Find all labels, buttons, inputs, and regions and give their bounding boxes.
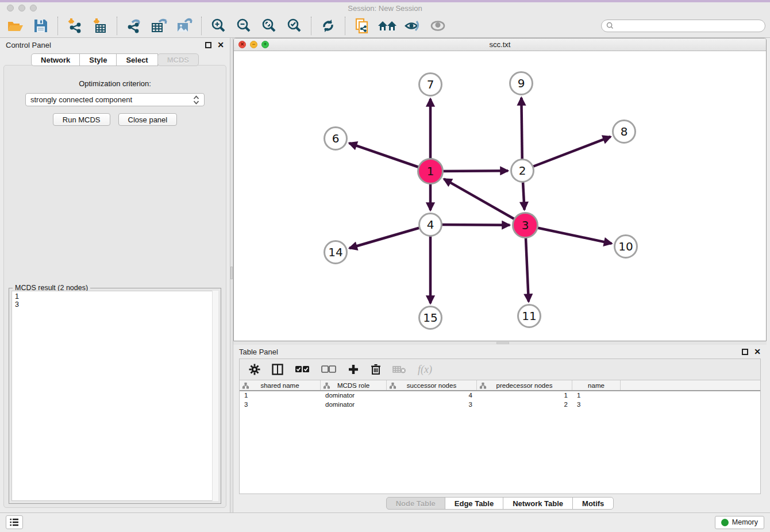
close-panel-icon[interactable]: ✕	[217, 41, 224, 49]
show-graphics-details-button[interactable]	[427, 16, 449, 36]
clone-network-button[interactable]	[351, 16, 373, 36]
network-window-titlebar: ✕ − + scc.txt	[234, 38, 766, 51]
tab-style[interactable]: Style	[79, 53, 117, 66]
table-cell[interactable]: 1	[240, 391, 321, 400]
horizontal-splitter[interactable]	[233, 341, 767, 345]
column-header-predecessor-nodes[interactable]: predecessor nodes	[477, 380, 572, 390]
zoom-fit-button[interactable]	[258, 16, 280, 36]
node-table[interactable]: shared nameMCDS rolesuccessor nodesprede…	[240, 380, 760, 494]
graph-node-2[interactable]: 2	[510, 159, 534, 183]
tab-motifs[interactable]: Motifs	[572, 497, 614, 510]
mcds-result-text[interactable]: 1 3	[11, 291, 218, 501]
open-session-button[interactable]	[5, 16, 26, 36]
zoom-in-button[interactable]	[207, 16, 229, 36]
function-builder-button[interactable]: f(x)	[418, 364, 432, 376]
import-network-button[interactable]	[64, 16, 86, 36]
export-network-button[interactable]	[123, 16, 145, 36]
export-image-button[interactable]	[174, 16, 195, 36]
main-area: Control Panel ✕ NetworkStyleSelectMCDS O…	[0, 38, 770, 512]
graph-node-9[interactable]: 9	[509, 71, 533, 95]
table-cell[interactable]: 1	[572, 391, 621, 400]
zoom-out-button[interactable]	[233, 16, 255, 36]
tab-edge-table[interactable]: Edge Table	[445, 497, 503, 510]
edge-2-8[interactable]	[522, 137, 611, 171]
column-header-MCDS-role[interactable]: MCDS role	[321, 380, 387, 390]
graph-node-10[interactable]: 10	[614, 234, 638, 259]
node-label: 10	[618, 240, 633, 253]
table-cell[interactable]: dominator	[321, 391, 387, 400]
eye-icon	[429, 18, 446, 33]
zoom-selected-button[interactable]	[283, 16, 305, 36]
delete-column-icon[interactable]	[371, 364, 381, 375]
optimization-criterion-select[interactable]: strongly connected component	[25, 93, 205, 106]
save-session-button[interactable]	[30, 16, 52, 36]
table-panel-title: Table Panel	[239, 348, 278, 356]
graph-node-1[interactable]: 1	[417, 158, 444, 184]
hide-graphics-details-button[interactable]	[402, 16, 424, 36]
splitter-grip[interactable]	[496, 342, 509, 344]
table-cell[interactable]: 4	[387, 391, 477, 400]
tab-node-table[interactable]: Node Table	[386, 497, 445, 510]
task-history-button[interactable]	[6, 515, 23, 529]
table-cell[interactable]: 3	[572, 400, 621, 410]
graph-node-11[interactable]: 11	[517, 304, 541, 328]
table-toolbar: f(x)	[240, 359, 760, 380]
vertical-splitter[interactable]	[230, 38, 233, 512]
split-columns-icon[interactable]	[272, 364, 283, 375]
tab-network[interactable]: Network	[31, 53, 80, 66]
graph-node-8[interactable]: 8	[612, 119, 636, 144]
window-traffic-lights[interactable]	[7, 5, 37, 11]
column-header-successor-nodes[interactable]: successor nodes	[387, 380, 477, 390]
tab-network-table[interactable]: Network Table	[503, 497, 573, 510]
graph-node-4[interactable]: 4	[418, 213, 442, 237]
network-zoom-button[interactable]: +	[261, 41, 269, 48]
column-header-shared-name[interactable]: shared name	[240, 380, 321, 390]
select-all-icon[interactable]	[295, 365, 310, 373]
table-cell[interactable]: 3	[387, 400, 477, 410]
network-canvas[interactable]: 7968124314101511	[234, 51, 766, 341]
control-panel-header: Control Panel ✕	[0, 38, 230, 52]
refresh-button[interactable]	[317, 16, 339, 36]
close-window-button[interactable]	[7, 5, 14, 11]
add-column-icon[interactable]	[348, 364, 359, 375]
graph-node-6[interactable]: 6	[324, 126, 348, 151]
table-cell[interactable]: 2	[477, 400, 572, 410]
search-field[interactable]	[601, 20, 765, 32]
memory-button[interactable]: Memory	[715, 516, 764, 529]
mcds-result-scrollbar[interactable]	[212, 291, 218, 501]
network-minimize-button[interactable]: −	[250, 41, 257, 48]
table-row[interactable]: 1dominator411	[240, 391, 760, 400]
table-row[interactable]: 3dominator323	[240, 400, 760, 410]
edge-3-1[interactable]	[444, 179, 525, 225]
float-panel-icon[interactable]	[742, 349, 748, 355]
graph-node-14[interactable]: 14	[324, 240, 348, 264]
zoom-window-button[interactable]	[30, 5, 37, 11]
tab-select[interactable]: Select	[116, 53, 157, 66]
run-mcds-button[interactable]: Run MCDS	[53, 113, 110, 126]
column-header-name[interactable]: name	[572, 380, 621, 390]
deselect-all-icon[interactable]	[321, 365, 336, 373]
splitter-grip[interactable]	[230, 267, 233, 279]
close-panel-icon[interactable]: ✕	[754, 348, 761, 356]
minimize-window-button[interactable]	[18, 5, 25, 11]
export-table-icon	[150, 18, 168, 34]
close-panel-button[interactable]: Close panel	[118, 113, 178, 126]
float-panel-icon[interactable]	[205, 42, 211, 48]
network-close-button[interactable]: ✕	[238, 41, 246, 48]
export-table-button[interactable]	[148, 16, 170, 36]
table-cell[interactable]: dominator	[321, 400, 387, 410]
graph-node-3[interactable]: 3	[512, 212, 538, 238]
settings-gear-icon[interactable]	[249, 364, 260, 375]
tab-mcds[interactable]: MCDS	[157, 53, 199, 66]
table-cell[interactable]: 3	[240, 400, 321, 410]
edge-4-14[interactable]	[349, 225, 430, 248]
homes-button[interactable]	[376, 16, 398, 36]
graph-node-7[interactable]: 7	[418, 72, 442, 97]
table-cell[interactable]: 1	[477, 391, 572, 400]
delete-table-icon[interactable]	[392, 365, 406, 374]
graph-node-15[interactable]: 15	[418, 306, 442, 330]
search-input[interactable]	[617, 21, 760, 30]
node-label: 15	[423, 311, 437, 325]
import-table-button[interactable]	[89, 16, 111, 36]
edge-3-10[interactable]	[525, 225, 612, 244]
